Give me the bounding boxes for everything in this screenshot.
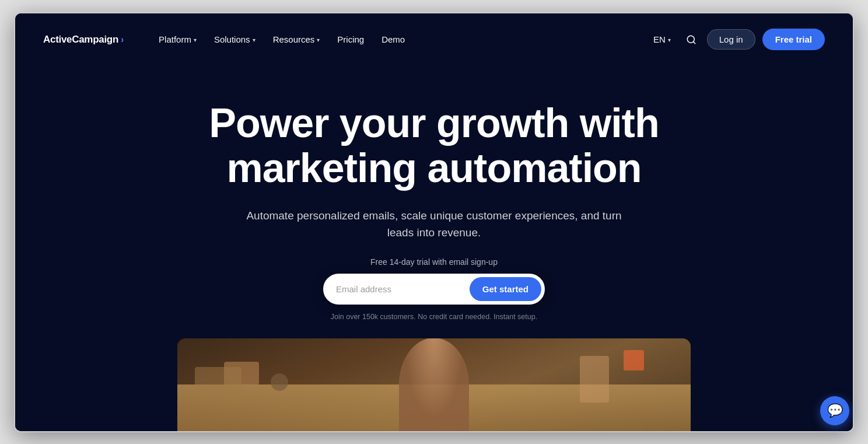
hero-title: Power your growth with marketing automat…: [183, 101, 685, 191]
nav-right: EN ▾ Log in Free trial: [649, 29, 825, 50]
hero-img-background: [177, 338, 691, 431]
nav-platform[interactable]: Platform ▾: [152, 30, 204, 49]
nav-links: Platform ▾ Solutions ▾ Resources ▾ Prici…: [152, 30, 649, 49]
trial-label: Free 14-day trial with email sign-up: [370, 257, 498, 267]
login-button[interactable]: Log in: [707, 29, 755, 50]
hero-img-person: [399, 338, 469, 431]
logo-text: ActiveCampaign: [43, 34, 118, 46]
logo-arrow: ›: [121, 34, 124, 45]
social-proof-text: Join over 150k customers. No credit card…: [331, 313, 537, 321]
svg-line-1: [693, 41, 695, 43]
get-started-button[interactable]: Get started: [470, 277, 541, 301]
search-icon: [686, 34, 696, 45]
logo[interactable]: ActiveCampaign ›: [43, 34, 124, 46]
hero-img-item: [580, 356, 609, 403]
nav-pricing[interactable]: Pricing: [330, 30, 371, 49]
hero-image: [177, 338, 691, 431]
hero-img-item: [624, 350, 644, 370]
nav-resources[interactable]: Resources ▾: [266, 30, 327, 49]
email-input[interactable]: [336, 284, 470, 294]
language-selector[interactable]: EN ▾: [649, 31, 676, 48]
nav-demo[interactable]: Demo: [374, 30, 412, 49]
hero-section: Power your growth with marketing automat…: [15, 66, 853, 431]
chat-button[interactable]: 💬: [820, 396, 849, 425]
chevron-down-icon: ▾: [194, 37, 197, 43]
hero-subtitle: Automate personalized emails, scale uniq…: [236, 207, 632, 242]
free-trial-button[interactable]: Free trial: [762, 29, 825, 50]
chat-icon: 💬: [827, 403, 843, 418]
chevron-down-icon: ▾: [253, 37, 256, 43]
browser-frame: ActiveCampaign › Platform ▾ Solutions ▾ …: [14, 12, 854, 432]
email-form: Get started: [323, 274, 545, 305]
search-button[interactable]: [682, 31, 700, 48]
nav-solutions[interactable]: Solutions ▾: [207, 30, 262, 49]
chevron-down-icon: ▾: [317, 37, 320, 43]
navbar: ActiveCampaign › Platform ▾ Solutions ▾ …: [15, 13, 853, 66]
hero-img-item: [195, 367, 242, 396]
chevron-down-icon: ▾: [668, 37, 671, 43]
